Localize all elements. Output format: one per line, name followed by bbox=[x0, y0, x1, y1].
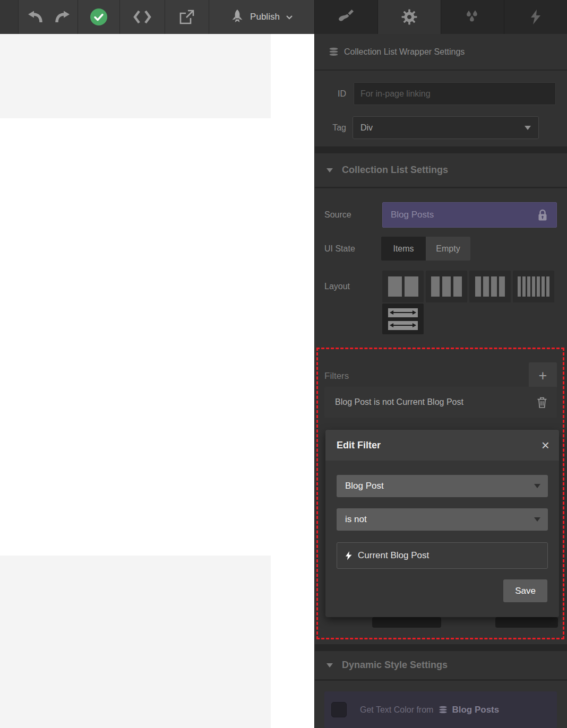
share-icon bbox=[178, 8, 195, 25]
lock-icon bbox=[537, 209, 548, 221]
get-text-color-source: Blog Posts bbox=[452, 705, 499, 715]
undo-button[interactable] bbox=[21, 0, 49, 34]
share-button[interactable] bbox=[165, 0, 209, 34]
collection-list-settings-header[interactable]: Collection List Settings bbox=[315, 153, 567, 187]
ui-state-option-empty[interactable]: Empty bbox=[426, 237, 470, 261]
disclosure-triangle-icon bbox=[327, 168, 333, 172]
filter-operator-dropdown[interactable]: is not bbox=[337, 508, 548, 531]
chevron-down-icon bbox=[286, 15, 293, 20]
bolt-icon bbox=[346, 551, 352, 560]
ui-state-toggle: Items Empty bbox=[381, 237, 470, 261]
filter-row-text: Blog Post is not Current Blog Post bbox=[335, 397, 463, 407]
lightning-icon bbox=[529, 9, 543, 25]
get-text-color-checkbox[interactable] bbox=[331, 702, 347, 717]
collection-stack-icon bbox=[329, 47, 339, 56]
section-divider bbox=[315, 679, 567, 681]
section-divider bbox=[315, 146, 567, 153]
gear-icon bbox=[401, 9, 417, 25]
get-text-color-label: Get Text Color from bbox=[360, 705, 433, 715]
droplets-icon bbox=[465, 9, 480, 25]
chevron-down-icon bbox=[525, 126, 531, 130]
edit-filter-title: Edit Filter bbox=[337, 440, 381, 451]
rocket-icon bbox=[230, 9, 244, 25]
undo-icon bbox=[27, 10, 43, 24]
layout-option-3-columns[interactable] bbox=[426, 271, 467, 302]
top-toolbar: Publish bbox=[0, 0, 314, 34]
layout-option-2-columns[interactable] bbox=[382, 271, 424, 302]
layout-option-full-width-rows[interactable] bbox=[382, 304, 424, 334]
ui-state-option-items[interactable]: Items bbox=[381, 237, 426, 261]
filter-value-field[interactable]: Current Blog Post bbox=[337, 542, 548, 569]
chevron-down-icon bbox=[534, 517, 540, 522]
toolbar-left-spacer bbox=[0, 0, 19, 34]
edit-filter-modal: Edit Filter × Blog Post is not Current B… bbox=[325, 430, 559, 617]
publish-button[interactable]: Publish bbox=[209, 0, 314, 34]
edit-filter-modal-header: Edit Filter × bbox=[325, 430, 559, 461]
export-code-button[interactable] bbox=[120, 0, 165, 34]
id-input[interactable] bbox=[354, 82, 556, 105]
panel-header: Collection List Wrapper Settings bbox=[315, 34, 567, 71]
layout-option-4-columns[interactable] bbox=[469, 271, 511, 302]
layout-label: Layout bbox=[324, 271, 350, 302]
tag-label: Tag bbox=[324, 116, 346, 139]
tab-settings[interactable] bbox=[377, 0, 441, 34]
collection-stack-icon bbox=[439, 706, 448, 714]
close-icon[interactable]: × bbox=[542, 438, 549, 452]
chevron-down-icon bbox=[534, 484, 540, 488]
section-divider bbox=[315, 644, 567, 651]
source-field[interactable]: Blog Posts bbox=[382, 202, 557, 228]
dynamic-style-settings-header[interactable]: Dynamic Style Settings bbox=[315, 651, 567, 679]
filters-label: Filters bbox=[324, 363, 349, 389]
settings-panel: Collection List Wrapper Settings ID Tag … bbox=[314, 34, 567, 728]
filter-field-dropdown[interactable]: Blog Post bbox=[337, 475, 548, 497]
layout-option-6-columns[interactable] bbox=[513, 271, 554, 302]
filter-field-value: Blog Post bbox=[345, 481, 384, 491]
horizontal-arrows-icon bbox=[388, 308, 418, 317]
plus-icon: + bbox=[539, 368, 547, 384]
canvas-section-top[interactable] bbox=[0, 34, 271, 118]
panel-title: Collection List Wrapper Settings bbox=[344, 47, 465, 57]
obscured-control bbox=[372, 617, 441, 628]
section-title: Dynamic Style Settings bbox=[342, 660, 448, 671]
trash-icon[interactable] bbox=[537, 396, 547, 408]
section-divider bbox=[315, 187, 567, 188]
save-label: Save bbox=[515, 586, 536, 596]
obscured-control bbox=[495, 617, 558, 628]
tag-select-value: Div bbox=[360, 123, 373, 133]
redo-icon bbox=[55, 10, 71, 24]
publish-label: Publish bbox=[250, 12, 280, 22]
tag-select[interactable]: Div bbox=[353, 116, 539, 139]
disclosure-triangle-icon bbox=[327, 663, 333, 668]
redo-button[interactable] bbox=[49, 0, 76, 34]
code-icon bbox=[133, 10, 152, 24]
canvas-section-bottom[interactable] bbox=[0, 556, 271, 728]
ui-state-label: UI State bbox=[324, 237, 355, 261]
source-value: Blog Posts bbox=[391, 210, 434, 220]
filter-operator-value: is not bbox=[345, 514, 367, 525]
filter-row[interactable]: Blog Post is not Current Blog Post bbox=[324, 387, 557, 418]
webflow-designer: Publish bbox=[0, 0, 567, 728]
saved-status-button[interactable] bbox=[78, 0, 119, 34]
design-canvas[interactable] bbox=[0, 34, 314, 728]
filter-value-text: Current Blog Post bbox=[358, 550, 429, 561]
paintbrush-icon bbox=[338, 9, 354, 25]
id-label: ID bbox=[324, 82, 346, 105]
add-filter-button[interactable]: + bbox=[529, 362, 557, 389]
section-title: Collection List Settings bbox=[342, 164, 448, 176]
source-label: Source bbox=[324, 202, 351, 228]
horizontal-arrows-icon bbox=[388, 321, 418, 330]
tab-interactions[interactable] bbox=[504, 0, 567, 34]
tab-style-manager[interactable] bbox=[441, 0, 504, 34]
check-circle-icon bbox=[90, 8, 108, 26]
get-text-color-row: Get Text Color from Blog Posts bbox=[324, 691, 557, 728]
save-button[interactable]: Save bbox=[503, 579, 547, 602]
tab-style[interactable] bbox=[314, 0, 377, 34]
